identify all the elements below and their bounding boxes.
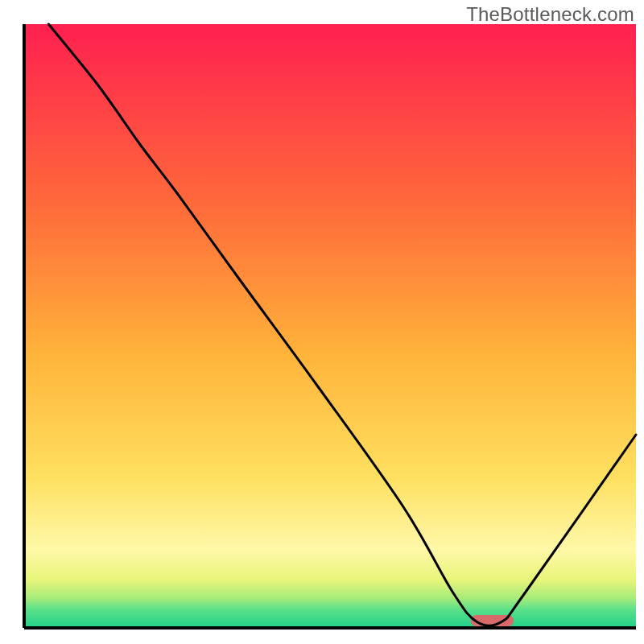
bottleneck-chart [0,0,644,644]
watermark-text: TheBottleneck.com [466,3,634,26]
plot-area [24,24,636,628]
gradient-background [24,24,636,628]
chart-container: { "watermark": "TheBottleneck.com", "cha… [0,0,644,644]
